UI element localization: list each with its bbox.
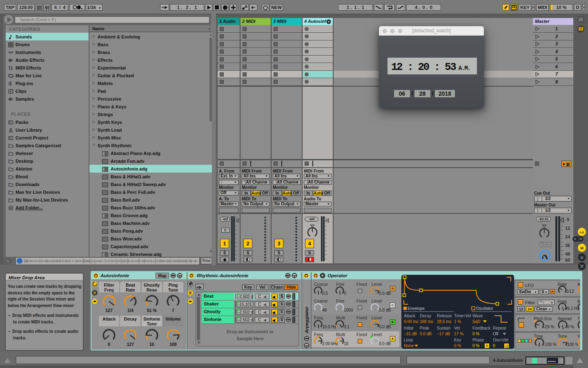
svg-text:Sustain: Sustain	[437, 326, 450, 330]
svg-text:−31 dB: −31 dB	[404, 332, 417, 336]
svg-text:0.0 dB: 0.0 dB	[420, 332, 432, 336]
svg-text:Phase: Phase	[472, 338, 484, 342]
svg-text:0 %: 0 %	[472, 332, 479, 336]
svg-text:SqD: SqD	[472, 319, 480, 324]
svg-text:Decay: Decay	[420, 314, 431, 318]
svg-text:28.6 ms: 28.6 ms	[437, 319, 452, 324]
svg-text:168 ms: 168 ms	[420, 319, 433, 324]
svg-text:0: 0	[493, 343, 495, 348]
svg-text:Peak: Peak	[420, 326, 430, 330]
svg-text:17 %: 17 %	[454, 332, 463, 336]
svg-text:0 %: 0 %	[472, 343, 479, 348]
svg-text:Time<Vel: Time<Vel	[454, 314, 471, 318]
svg-text:Vel: Vel	[454, 326, 460, 330]
svg-text:Feedback: Feedback	[472, 326, 491, 330]
svg-text:−17 dB: −17 dB	[437, 332, 450, 336]
svg-text:Q: Q	[506, 344, 508, 348]
svg-text:Key: Key	[454, 338, 461, 342]
svg-text:Envelope: Envelope	[408, 306, 425, 311]
svg-text:Release: Release	[437, 314, 452, 318]
svg-text:M: M	[580, 246, 584, 250]
svg-text:Off: Off	[493, 332, 498, 336]
svg-text:Osc<Vel: Osc<Vel	[493, 338, 508, 342]
svg-text:I-O: I-O	[579, 231, 584, 234]
svg-text:Loop: Loop	[404, 338, 413, 342]
svg-text:R: R	[486, 344, 489, 348]
svg-text:Attack: Attack	[404, 314, 416, 318]
svg-text:D: D	[581, 256, 584, 260]
svg-text:Initial: Initial	[404, 326, 413, 330]
svg-text:Repeat: Repeat	[493, 326, 506, 330]
svg-text:Oscillator: Oscillator	[476, 306, 493, 311]
svg-text:0.00 ms: 0.00 ms	[404, 319, 419, 324]
svg-text:1 %: 1 %	[454, 319, 461, 324]
svg-text:Wave: Wave	[472, 314, 483, 318]
svg-text:0 %: 0 %	[454, 343, 461, 348]
svg-text:None: None	[404, 343, 414, 348]
